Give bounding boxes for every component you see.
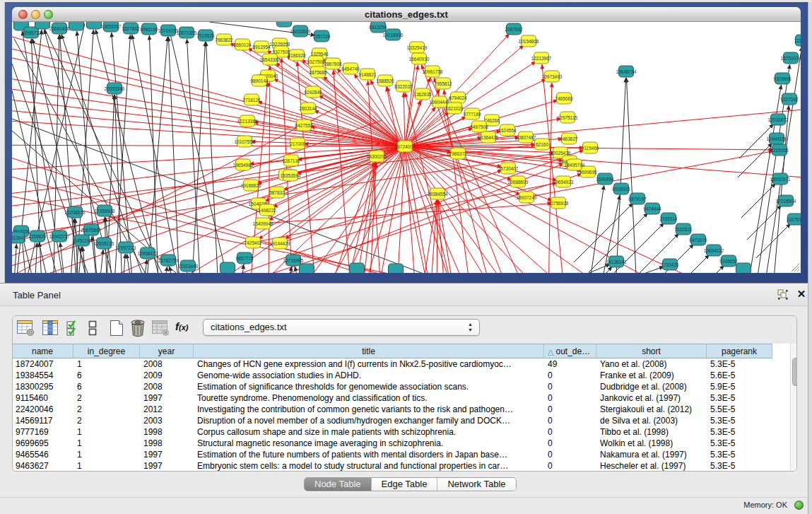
- graph-node[interactable]: [300, 264, 314, 273]
- graph-node[interactable]: 21364436: [478, 132, 499, 143]
- table-row[interactable]: 911546021997Tourette syndrome. Phenomeno…: [13, 392, 773, 404]
- float-panel-icon[interactable]: [777, 289, 789, 300]
- graph-node[interactable]: 1156829: [29, 230, 47, 242]
- graph-node[interactable]: 7515526: [196, 30, 215, 41]
- column-header-short[interactable]: short: [596, 344, 707, 358]
- graph-node[interactable]: 12213967: [531, 52, 552, 64]
- graph-node[interactable]: 19384554: [428, 188, 448, 199]
- graph-node[interactable]: 9329966: [773, 73, 792, 84]
- graph-node[interactable]: 13325419: [407, 42, 428, 53]
- graph-node[interactable]: 10653267: [101, 22, 122, 32]
- graph-node[interactable]: 12975115: [558, 112, 578, 123]
- graph-node[interactable]: 2803144: [299, 103, 317, 114]
- graph-node[interactable]: 2718126: [242, 94, 261, 105]
- graph-node[interactable]: 18300295: [367, 151, 387, 162]
- graph-node[interactable]: 8813054: [369, 22, 387, 33]
- graph-node[interactable]: 11451194: [72, 235, 92, 246]
- graph-node[interactable]: 1588520: [376, 75, 394, 86]
- graph-node[interactable]: 587832: [269, 187, 285, 198]
- graph-node[interactable]: 9327508: [307, 56, 325, 67]
- graph-node[interactable]: 14136141: [606, 256, 627, 267]
- graph-node[interactable]: 3913941: [12, 232, 26, 243]
- graph-node[interactable]: 9890144: [250, 75, 269, 86]
- graph-node[interactable]: 7357224: [312, 30, 331, 42]
- vertical-scrollbar[interactable]: [790, 344, 797, 471]
- graph-node[interactable]: 15720407: [498, 163, 519, 174]
- graph-node[interactable]: [35, 22, 50, 29]
- graph-node[interactable]: 62160: [535, 139, 550, 150]
- graph-node[interactable]: [277, 22, 292, 27]
- graph-node[interactable]: [389, 264, 404, 273]
- graph-node[interactable]: 1527602: [122, 23, 140, 34]
- graph-node[interactable]: 17957223: [116, 242, 136, 253]
- graph-node[interactable]: 15409948: [253, 218, 273, 229]
- graph-node[interactable]: 20975867: [81, 224, 102, 235]
- graph-node[interactable]: 3875685: [309, 66, 327, 78]
- graph-node[interactable]: [69, 22, 84, 30]
- graph-node[interactable]: 9463627: [560, 133, 578, 144]
- scrollbar-thumb[interactable]: [792, 358, 797, 386]
- graph-node[interactable]: 8938923: [612, 183, 630, 194]
- tab-node-table[interactable]: Node Table: [305, 478, 372, 491]
- graph-node[interactable]: 8322037: [394, 81, 413, 92]
- graph-node[interactable]: 6497508: [470, 121, 488, 132]
- graph-node[interactable]: 2087682: [505, 23, 523, 35]
- graph-node[interactable]: 16782759: [158, 255, 179, 266]
- graph-node[interactable]: [350, 263, 365, 273]
- table-selector-combobox[interactable]: citations_edges.txt ▲▼: [203, 319, 480, 336]
- column-header-out_de[interactable]: △out_de…: [544, 344, 596, 358]
- graph-node[interactable]: 7485063: [555, 93, 573, 104]
- graph-node[interactable]: 9242848: [304, 86, 322, 98]
- graph-node[interactable]: 20206576: [65, 206, 86, 218]
- graph-node[interactable]: 2867608: [324, 58, 342, 69]
- column-header-in_degree[interactable]: in_degree: [73, 344, 140, 358]
- table-settings-icon[interactable]: [16, 319, 35, 337]
- graph-node[interactable]: 20053346: [105, 83, 125, 94]
- graph-node[interactable]: 6879197: [628, 193, 647, 204]
- graph-node[interactable]: 10107552: [235, 136, 255, 147]
- graph-node[interactable]: 1112504: [794, 35, 801, 46]
- graph-node[interactable]: 12213369: [237, 115, 258, 127]
- graph-node[interactable]: 7425402: [244, 237, 262, 248]
- graph-node[interactable]: 1624554: [498, 124, 517, 136]
- graph-node[interactable]: 7986372: [449, 148, 467, 159]
- graph-node[interactable]: 10973493: [542, 71, 563, 82]
- graph-node[interactable]: 19144429: [270, 238, 290, 249]
- merge-rows-icon[interactable]: [88, 319, 98, 337]
- graph-node[interactable]: 9857771: [235, 252, 254, 264]
- graph-node[interactable]: 17016504: [776, 195, 796, 206]
- graph-node[interactable]: 10654112: [704, 245, 724, 256]
- graph-node[interactable]: [87, 22, 102, 29]
- table-row[interactable]: 946362711997Embryonic stem cells: a mode…: [13, 460, 773, 472]
- graph-node[interactable]: 17359938: [95, 205, 115, 216]
- graph-node[interactable]: [220, 262, 235, 273]
- column-header-pagerank[interactable]: pagerank: [707, 344, 772, 358]
- citation-network-graph[interactable]: 1205571220691406106532671527602696616010…: [12, 22, 801, 273]
- graph-node[interactable]: [736, 263, 751, 273]
- graph-node[interactable]: 19654982: [233, 159, 254, 170]
- close-panel-icon[interactable]: ✕: [796, 288, 807, 300]
- graph-node[interactable]: 9474444: [643, 203, 661, 214]
- column-header-title[interactable]: title: [194, 344, 544, 358]
- graph-node[interactable]: 1733426: [661, 259, 679, 270]
- graph-node[interactable]: 1167533: [787, 214, 801, 225]
- graph-node[interactable]: 10671355: [177, 27, 197, 38]
- tab-edge-table[interactable]: Edge Table: [372, 478, 438, 491]
- table-row[interactable]: 977716911998Corpus callosum shape and si…: [13, 426, 773, 438]
- graph-node[interactable]: 7632621: [674, 223, 693, 235]
- graph-node[interactable]: 12942737: [49, 230, 70, 242]
- graph-node[interactable]: 9777169: [463, 108, 481, 119]
- graph-node[interactable]: 8660124: [233, 39, 252, 50]
- select-columns-icon[interactable]: [42, 319, 59, 337]
- table-row[interactable]: 1872400712008Changes of HCN gene express…: [13, 358, 773, 370]
- graph-node[interactable]: 16648784: [616, 66, 637, 77]
- graph-node[interactable]: 15751074: [781, 52, 801, 64]
- graph-node[interactable]: 12505135: [94, 238, 114, 249]
- graph-node[interactable]: 8454749: [341, 63, 360, 74]
- graph-node[interactable]: 8471676: [689, 234, 707, 245]
- graph-node[interactable]: 16543382: [260, 54, 281, 65]
- graph-node[interactable]: 1362635: [413, 88, 432, 100]
- graph-node[interactable]: 18907249: [517, 192, 537, 203]
- graph-node[interactable]: 1621022: [445, 103, 464, 114]
- delete-table-icon[interactable]: [129, 319, 146, 338]
